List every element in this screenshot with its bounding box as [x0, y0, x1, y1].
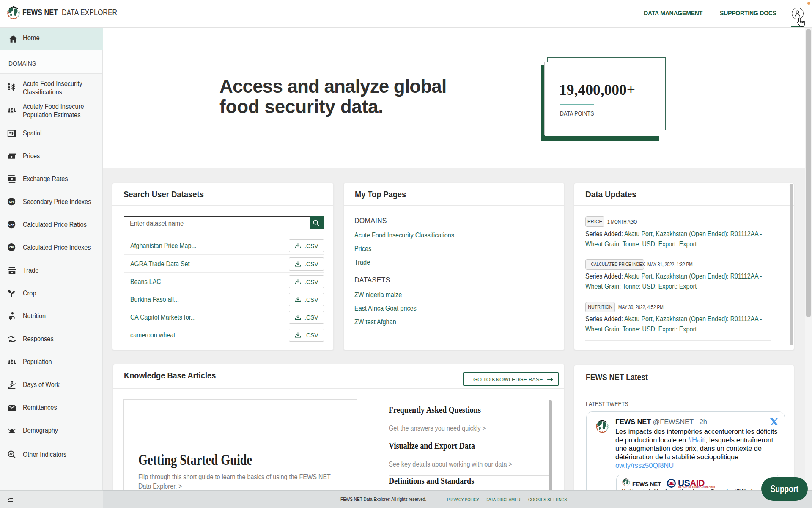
svg-text:CPR: CPR: [8, 223, 14, 226]
svg-text:SPI: SPI: [9, 200, 14, 203]
svg-text:CPI: CPI: [9, 246, 14, 249]
